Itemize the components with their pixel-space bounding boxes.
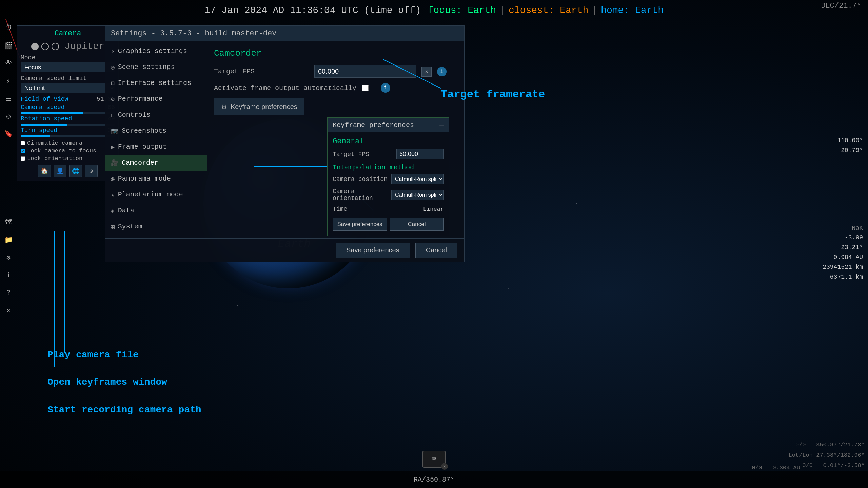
- popup-time-label: Time: [333, 206, 347, 212]
- target-fps-row: Target FPS ✕ i: [214, 65, 457, 78]
- sidebar-icon-settings[interactable]: ⚙: [1, 250, 16, 265]
- focus-value[interactable]: Earth: [468, 5, 496, 16]
- sidebar-icon-map[interactable]: 🗺: [1, 214, 16, 229]
- keyboard-close-icon[interactable]: ✕: [441, 463, 448, 470]
- cancel-button[interactable]: Cancel: [415, 243, 457, 258]
- mode-label: Mode: [21, 54, 115, 61]
- system-icon: ▦: [111, 223, 115, 230]
- home-value[interactable]: Earth: [635, 5, 664, 16]
- lock-orient-row: Lock orientation: [21, 155, 115, 162]
- lock-focus-row: Lock camera to focus: [21, 148, 115, 154]
- sidebar-icon-record[interactable]: 🎬: [1, 38, 16, 53]
- activate-frame-info-btn[interactable]: i: [381, 83, 390, 93]
- rotation-bar-fill: [21, 124, 67, 126]
- popup-cam-orient-select[interactable]: Catmull-Rom spline Linear Bezier Step: [391, 190, 444, 200]
- nav-graphics[interactable]: ⚡ Graphics settings: [105, 43, 207, 59]
- sidebar-icon-bookmark[interactable]: 🔖: [1, 126, 16, 141]
- settings-header: Settings - 3.5.7-3 - build master-dev: [105, 26, 464, 41]
- stat-value-7: 6371.1 km: [758, 272, 863, 282]
- settings-title: Settings - 3.5.7-3 - build master-dev: [111, 29, 276, 38]
- popup-save-btn[interactable]: Save preferences: [333, 218, 387, 231]
- cam-speed-row: Camera speed 66: [21, 104, 115, 111]
- activate-frame-row: Activate frame output automatically i: [214, 83, 457, 93]
- camera-mode-btn-1[interactable]: [31, 43, 39, 50]
- keyboard-icon-container: ⌨ ✕: [422, 451, 446, 468]
- nav-system-label: System: [118, 223, 142, 230]
- separator-2: |: [592, 5, 597, 16]
- nav-data[interactable]: ◈ Data: [105, 203, 207, 219]
- target-fps-info-btn[interactable]: i: [437, 67, 447, 76]
- lock-focus-checkbox[interactable]: [21, 149, 25, 153]
- focus-label: focus:: [428, 5, 462, 16]
- save-preferences-button[interactable]: Save preferences: [336, 243, 410, 258]
- nav-frameoutput[interactable]: ▶ Frame output: [105, 139, 207, 155]
- popup-time-value: Linear: [423, 206, 444, 212]
- screenshots-icon: 📷: [111, 127, 118, 135]
- panorama-icon: ◉: [111, 175, 115, 183]
- nav-interface[interactable]: ⊟ Interface settings: [105, 75, 207, 91]
- lock-focus-label: Lock camera to focus: [27, 148, 96, 154]
- nav-planetarium[interactable]: ★ Planetarium mode: [105, 187, 207, 203]
- right-stats-panel: 110.00° 20.79° NaK -3.99 23.21° 0.984 AU…: [758, 136, 866, 282]
- home-display: home: Earth: [601, 5, 664, 16]
- stat-value-1: 110.00°: [758, 136, 863, 146]
- nav-scene[interactable]: ◎ Scene settings: [105, 59, 207, 75]
- cam-btn-3[interactable]: 🌐: [69, 165, 82, 177]
- popup-title: Keyframe preferences: [333, 121, 414, 129]
- coords-display: DEC/21.7°: [821, 2, 861, 10]
- nav-panorama[interactable]: ◉ Panorama mode: [105, 171, 207, 187]
- target-fps-label: Target FPS: [214, 68, 309, 75]
- popup-fps-input[interactable]: [396, 149, 444, 159]
- stat-label-nok: NaK: [758, 223, 863, 233]
- sidebar-icon-info[interactable]: ℹ: [1, 267, 16, 282]
- speed-limit-select[interactable]: No limit 100 km/s 1000 km/s: [21, 83, 115, 93]
- target-fps-clear-btn[interactable]: ✕: [421, 67, 432, 77]
- stat-value-3: -3.99: [758, 233, 863, 243]
- nav-panorama-label: Panorama mode: [118, 175, 171, 183]
- sidebar-icon-help[interactable]: ?: [1, 285, 16, 300]
- rotation-row: Rotation speed 49: [21, 115, 115, 122]
- camera-mode-btn-2[interactable]: [41, 43, 49, 50]
- closest-value[interactable]: Earth: [560, 5, 588, 16]
- keyboard-icon[interactable]: ⌨ ✕: [422, 451, 446, 468]
- coord-row-1: 0/0 350.87°/21.73°: [789, 440, 865, 450]
- activate-frame-label: Activate frame output automatically: [214, 84, 356, 92]
- cam-btn-1[interactable]: 🏠: [38, 165, 51, 177]
- sidebar-icon-location[interactable]: ◎: [1, 109, 16, 124]
- nav-system[interactable]: ▦ System: [105, 219, 207, 234]
- nav-screenshots[interactable]: 📷 Screenshots: [105, 123, 207, 139]
- keyframe-gear-icon: ⚙: [221, 102, 227, 111]
- nav-controls-label: Controls: [118, 111, 151, 119]
- size-display: 0/0 0.304 AU: [752, 465, 800, 471]
- nav-camcorder[interactable]: 🎥 Camcorder: [105, 155, 207, 171]
- sidebar-icon-lightning[interactable]: ⚡: [1, 73, 16, 88]
- sidebar-icon-folder[interactable]: 📁: [1, 232, 16, 247]
- camera-mode-btn-3[interactable]: [52, 43, 59, 50]
- sidebar-icon-close[interactable]: ✕: [1, 303, 16, 318]
- mode-select[interactable]: Focus Free Game: [21, 62, 115, 72]
- nav-controls[interactable]: ☐ Controls: [105, 107, 207, 123]
- camera-checkboxes: Cinematic camera Lock camera to focus Lo…: [21, 140, 115, 162]
- cam-btn-4[interactable]: ⊙: [85, 165, 98, 177]
- cam-btn-2[interactable]: 👤: [54, 165, 66, 177]
- keyframe-prefs-button[interactable]: ⚙ Keyframe preferences: [214, 98, 304, 115]
- lock-orient-checkbox[interactable]: [21, 156, 25, 161]
- sidebar-icon-menu[interactable]: ☰: [1, 91, 16, 106]
- camera-controls-row: Jupiter: [21, 41, 115, 52]
- cinematic-checkbox[interactable]: [21, 141, 25, 145]
- nav-performance[interactable]: ⚙ Performance: [105, 91, 207, 107]
- rotation-bar: [21, 124, 115, 126]
- popup-cancel-btn[interactable]: Cancel: [390, 218, 444, 231]
- popup-cam-orient-label: Camera orientation: [333, 188, 391, 202]
- nav-planetarium-label: Planetarium mode: [118, 191, 183, 199]
- sidebar-icon-clock[interactable]: ⏱: [1, 20, 16, 35]
- target-framerate-annotation: Target framerate: [441, 88, 545, 101]
- keyframe-popup: Keyframe preferences ─ General Target FP…: [327, 117, 449, 236]
- activate-frame-checkbox[interactable]: [362, 85, 369, 91]
- content-title: Camcorder: [214, 48, 457, 58]
- closest-display: closest: Earth: [509, 5, 588, 16]
- popup-cam-pos-select[interactable]: Catmull-Rom spline Linear Bezier Step: [391, 174, 444, 184]
- sidebar-icon-eye[interactable]: 👁: [1, 56, 16, 71]
- popup-close-button[interactable]: ─: [439, 121, 444, 129]
- target-fps-input[interactable]: [314, 65, 416, 78]
